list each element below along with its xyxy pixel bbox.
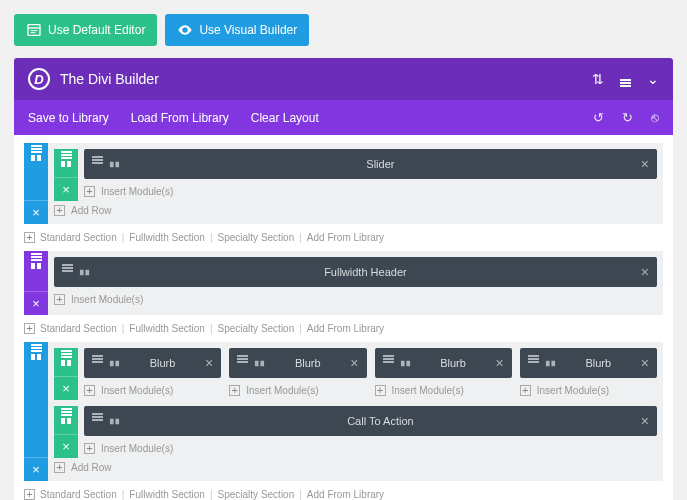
- drag-icon[interactable]: [528, 358, 539, 369]
- insert-module-link[interactable]: +Insert Module(s): [84, 383, 221, 400]
- insert-module-link[interactable]: +Insert Module(s): [84, 441, 657, 458]
- columns-icon[interactable]: [79, 267, 90, 278]
- builder-canvas: × ×: [14, 135, 673, 500]
- redo-icon[interactable]: ↻: [622, 110, 633, 125]
- insert-module-link[interactable]: +Insert Module(s): [84, 184, 657, 201]
- close-icon[interactable]: ×: [350, 355, 358, 371]
- row: × Blurb × +Insert Module(s): [54, 348, 657, 400]
- add-specialty-section[interactable]: Specialty Section: [218, 232, 295, 243]
- builder-subheader: Save to Library Load From Library Clear …: [14, 100, 673, 135]
- insert-module-link[interactable]: +Insert Module(s): [520, 383, 657, 400]
- close-icon[interactable]: ×: [641, 413, 649, 429]
- columns-icon[interactable]: [30, 260, 42, 272]
- section-fullwidth: × Fullwidth Header × +Insert Module(s): [24, 251, 663, 315]
- close-icon[interactable]: ×: [496, 355, 504, 371]
- history-icon[interactable]: ⎋: [651, 110, 659, 125]
- add-from-library[interactable]: Add From Library: [307, 323, 384, 334]
- insert-module-link[interactable]: +Insert Module(s): [54, 292, 657, 309]
- drag-icon[interactable]: [237, 358, 248, 369]
- close-icon[interactable]: ×: [24, 200, 48, 224]
- close-icon[interactable]: ×: [205, 355, 213, 371]
- svg-rect-0: [28, 25, 40, 36]
- close-icon[interactable]: ×: [54, 177, 78, 201]
- module-call-to-action[interactable]: Call To Action ×: [84, 406, 657, 436]
- drag-icon[interactable]: [61, 353, 72, 355]
- add-standard-section[interactable]: Standard Section: [40, 323, 117, 334]
- drag-icon[interactable]: [61, 411, 72, 413]
- columns-icon[interactable]: [109, 358, 120, 369]
- use-default-editor-button[interactable]: Use Default Editor: [14, 14, 157, 46]
- insert-module-link[interactable]: +Insert Module(s): [375, 383, 512, 400]
- drag-icon[interactable]: [31, 256, 42, 258]
- columns-icon[interactable]: [30, 351, 42, 363]
- module-blurb[interactable]: Blurb ×: [229, 348, 366, 378]
- svg-rect-24: [406, 360, 410, 366]
- svg-rect-9: [110, 161, 114, 167]
- add-from-library[interactable]: Add From Library: [307, 489, 384, 500]
- drag-icon[interactable]: [383, 358, 394, 369]
- row-handle[interactable]: ×: [54, 348, 78, 400]
- plus-icon: +: [24, 323, 35, 334]
- load-from-library-link[interactable]: Load From Library: [131, 111, 229, 125]
- add-row-link[interactable]: +Add Row: [54, 458, 657, 475]
- svg-rect-26: [551, 360, 555, 366]
- module-blurb[interactable]: Blurb ×: [84, 348, 221, 378]
- columns-icon[interactable]: [545, 358, 556, 369]
- add-specialty-section[interactable]: Specialty Section: [218, 323, 295, 334]
- close-icon[interactable]: ×: [54, 434, 78, 458]
- close-icon[interactable]: ×: [641, 355, 649, 371]
- add-standard-section[interactable]: Standard Section: [40, 232, 117, 243]
- drag-icon[interactable]: [31, 347, 42, 349]
- close-icon[interactable]: ×: [24, 291, 48, 315]
- section-standard: × ×: [24, 342, 663, 481]
- columns-icon[interactable]: [254, 358, 265, 369]
- expand-icon[interactable]: ⌄: [647, 71, 659, 87]
- insert-module-link[interactable]: +Insert Module(s): [229, 383, 366, 400]
- columns-icon[interactable]: [30, 152, 42, 164]
- swap-icon[interactable]: ⇅: [592, 71, 604, 87]
- use-visual-builder-button[interactable]: Use Visual Builder: [165, 14, 309, 46]
- columns-icon[interactable]: [109, 159, 120, 170]
- drag-icon[interactable]: [92, 416, 103, 427]
- drag-icon[interactable]: [62, 267, 73, 278]
- close-icon[interactable]: ×: [24, 457, 48, 481]
- row-handle[interactable]: ×: [54, 406, 78, 458]
- module-fullwidth-header[interactable]: Fullwidth Header ×: [54, 257, 657, 287]
- add-row-link[interactable]: +Add Row: [54, 201, 657, 218]
- plus-icon: +: [54, 205, 65, 216]
- close-icon[interactable]: ×: [641, 156, 649, 172]
- close-icon[interactable]: ×: [54, 376, 78, 400]
- section-handle[interactable]: ×: [24, 251, 48, 315]
- section-handle[interactable]: ×: [24, 342, 48, 481]
- columns-icon[interactable]: [400, 358, 411, 369]
- divi-logo: D: [28, 68, 50, 90]
- row-handle[interactable]: ×: [54, 149, 78, 201]
- columns-icon[interactable]: [60, 357, 72, 369]
- module-blurb[interactable]: Blurb ×: [375, 348, 512, 378]
- drag-icon[interactable]: [31, 148, 42, 150]
- drag-icon[interactable]: [61, 154, 72, 156]
- drag-icon[interactable]: [92, 159, 103, 170]
- module-blurb[interactable]: Blurb ×: [520, 348, 657, 378]
- add-fullwidth-section[interactable]: Fullwidth Section: [129, 323, 205, 334]
- plus-icon: +: [229, 385, 240, 396]
- columns-icon[interactable]: [109, 416, 120, 427]
- module-slider[interactable]: Slider ×: [84, 149, 657, 179]
- module-title: Blurb: [556, 357, 641, 369]
- undo-icon[interactable]: ↺: [593, 110, 604, 125]
- columns-icon[interactable]: [60, 415, 72, 427]
- add-fullwidth-section[interactable]: Fullwidth Section: [129, 232, 205, 243]
- drag-icon[interactable]: [92, 358, 103, 369]
- add-standard-section[interactable]: Standard Section: [40, 489, 117, 500]
- section-handle[interactable]: ×: [24, 143, 48, 224]
- add-specialty-section[interactable]: Specialty Section: [218, 489, 295, 500]
- menu-icon[interactable]: [620, 71, 631, 87]
- save-to-library-link[interactable]: Save to Library: [28, 111, 109, 125]
- columns-icon[interactable]: [60, 158, 72, 170]
- clear-layout-link[interactable]: Clear Layout: [251, 111, 319, 125]
- svg-rect-14: [85, 269, 89, 275]
- svg-rect-22: [261, 360, 265, 366]
- add-from-library[interactable]: Add From Library: [307, 232, 384, 243]
- close-icon[interactable]: ×: [641, 264, 649, 280]
- add-fullwidth-section[interactable]: Fullwidth Section: [129, 489, 205, 500]
